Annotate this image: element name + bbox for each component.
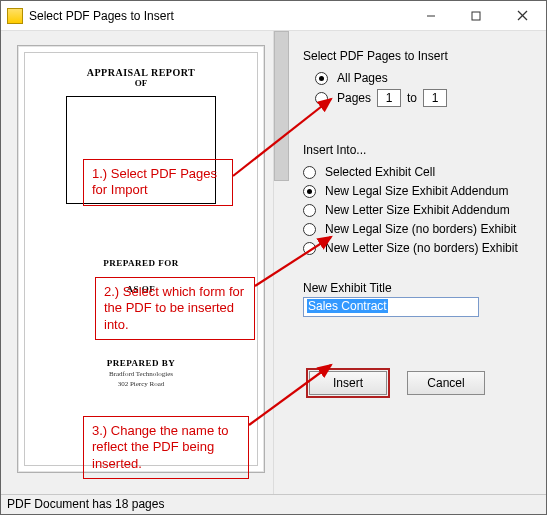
window-controls [408,1,546,30]
radio-letter-noborders[interactable]: New Letter Size (no borders) Exhibit [303,241,522,255]
radio-icon [303,204,316,217]
preview-address: 302 Piercy Road [25,380,257,388]
svg-rect-1 [472,12,480,20]
preview-company: Bradford Technologies [25,370,257,378]
radio-icon [315,72,328,85]
client-area: APPRAISAL REPORT OF PREPARED FOR AS OF P… [1,31,546,494]
maximize-button[interactable] [453,1,498,30]
window-title: Select PDF Pages to Insert [29,9,408,23]
to-label: to [407,91,417,105]
cancel-button[interactable]: Cancel [407,371,485,395]
preview-page-content: APPRAISAL REPORT OF PREPARED FOR AS OF P… [24,52,258,466]
page-to-input[interactable] [423,89,447,107]
radio-icon [303,185,316,198]
page-preview[interactable]: APPRAISAL REPORT OF PREPARED FOR AS OF P… [17,45,265,473]
radio-selected-cell[interactable]: Selected Exhibit Cell [303,165,522,179]
preview-pane: APPRAISAL REPORT OF PREPARED FOR AS OF P… [1,31,273,494]
radio-letter-addendum[interactable]: New Letter Size Exhibit Addendum [303,203,522,217]
insert-button-label: Insert [333,376,363,390]
radio-label: Pages [337,91,371,105]
exhibit-title-input[interactable]: Sales Contract [303,297,479,317]
titlebar: Select PDF Pages to Insert [1,1,546,31]
exhibit-title-value: Sales Contract [307,299,388,313]
preview-as-of: AS OF [25,284,257,294]
radio-icon [303,223,316,236]
status-text: PDF Document has 18 pages [7,497,164,511]
radio-label: Selected Exhibit Cell [325,165,435,179]
cancel-button-label: Cancel [427,376,464,390]
radio-label: All Pages [337,71,388,85]
radio-page-range[interactable]: Pages to [315,89,522,107]
radio-legal-addendum[interactable]: New Legal Size Exhibit Addendum [303,184,522,198]
exhibit-title-label: New Exhibit Title [303,281,522,295]
preview-photo-box [66,96,216,204]
radio-all-pages[interactable]: All Pages [315,71,522,85]
pages-group-title: Select PDF Pages to Insert [303,49,522,63]
preview-of: OF [25,78,257,88]
radio-label: New Legal Size Exhibit Addendum [325,184,508,198]
radio-icon [315,92,328,105]
dialog-window: Select PDF Pages to Insert APPRAISAL REP… [0,0,547,515]
preview-title: APPRAISAL REPORT [25,67,257,78]
radio-label: New Legal Size (no borders) Exhibit [325,222,516,236]
minimize-button[interactable] [408,1,453,30]
preview-prepared-by: PREPARED BY [25,358,257,368]
page-from-input[interactable] [377,89,401,107]
radio-icon [303,166,316,179]
button-row: Insert Cancel [303,371,522,395]
radio-icon [303,242,316,255]
app-icon [7,8,23,24]
preview-prepared-for: PREPARED FOR [25,258,257,268]
insert-into-title: Insert Into... [303,143,522,157]
radio-label: New Letter Size (no borders) Exhibit [325,241,518,255]
options-pane: Select PDF Pages to Insert All Pages Pag… [273,31,546,494]
insert-button[interactable]: Insert [309,371,387,395]
radio-legal-noborders[interactable]: New Legal Size (no borders) Exhibit [303,222,522,236]
close-button[interactable] [498,1,546,30]
status-bar: PDF Document has 18 pages [1,494,546,514]
radio-label: New Letter Size Exhibit Addendum [325,203,510,217]
